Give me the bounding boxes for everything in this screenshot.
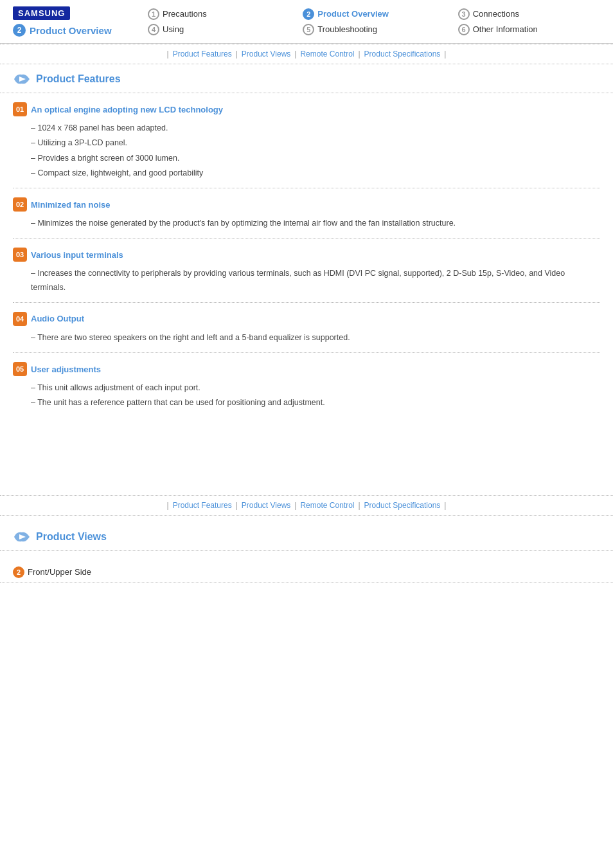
product-features-heading: Product Features bbox=[0, 64, 613, 93]
header: SAMSUNG 2 Product Overview 1 Precautions… bbox=[0, 0, 613, 44]
pipe-4: | bbox=[444, 50, 446, 59]
tab-remote-control-top[interactable]: Remote Control bbox=[300, 50, 354, 59]
tab-bar-bottom: | Product Features | Product Views | Rem… bbox=[0, 496, 613, 515]
pipe-1: | bbox=[236, 50, 238, 59]
tab-product-specs-top[interactable]: Product Specifications bbox=[364, 50, 441, 59]
nav-num-4: 4 bbox=[148, 24, 159, 35]
product-views-section: Product Views 2 Front/Upper Side bbox=[0, 522, 613, 583]
nav-item-product-overview[interactable]: 2 Product Overview bbox=[303, 8, 445, 20]
product-views-heading: Product Views bbox=[0, 522, 613, 550]
feature-num-5: 05 bbox=[13, 362, 27, 376]
nav-num-3: 3 bbox=[458, 8, 470, 20]
logo-area: SAMSUNG 2 Product Overview bbox=[13, 6, 129, 37]
front-side-label: 2 Front/Upper Side bbox=[0, 560, 613, 583]
samsung-logo: SAMSUNG bbox=[13, 6, 70, 20]
feature-bullet-1-1: – 1024 x 768 panel has been adapted. bbox=[31, 122, 600, 135]
nav-item-troubleshooting[interactable]: 5 Troubleshooting bbox=[303, 24, 445, 35]
nav-item-connections[interactable]: 3 Connections bbox=[458, 8, 600, 20]
tab-product-views-bottom[interactable]: Product Views bbox=[242, 501, 290, 510]
tab-product-features-bottom[interactable]: Product Features bbox=[173, 501, 232, 510]
tab-bar-top: | Product Features | Product Views | Rem… bbox=[0, 44, 613, 64]
feature-block-1: 01 An optical engine adopting new LCD te… bbox=[13, 93, 600, 188]
feature-desc-3: – Increases the connectivity to peripher… bbox=[13, 267, 600, 294]
feature-bullet-1-3: – Provides a bright screen of 3000 lumen… bbox=[31, 152, 600, 165]
current-section: 2 Product Overview bbox=[13, 24, 112, 37]
feature-bullet-5-2: – The unit has a reference pattern that … bbox=[31, 396, 600, 410]
feature-heading-5: 05 User adjustments bbox=[13, 362, 600, 376]
tab-product-features-top[interactable]: Product Features bbox=[173, 50, 232, 59]
feature-heading-3: 03 Various input terminals bbox=[13, 248, 600, 262]
pipe-3: | bbox=[358, 50, 360, 59]
nav-num-1: 1 bbox=[148, 8, 159, 20]
pipe-0: | bbox=[167, 50, 169, 59]
feature-heading-4: 04 Audio Output bbox=[13, 312, 600, 326]
nav-item-precautions[interactable]: 1 Precautions bbox=[148, 8, 290, 20]
current-section-badge: 2 bbox=[13, 24, 26, 37]
nav-item-using[interactable]: 4 Using bbox=[148, 24, 290, 35]
tab-product-views-top[interactable]: Product Views bbox=[242, 50, 290, 59]
pipe-b2: | bbox=[294, 501, 296, 510]
features-content: 01 An optical engine adopting new LCD te… bbox=[0, 93, 613, 418]
feature-block-2: 02 Minimized fan noise – Minimizes the n… bbox=[13, 188, 600, 239]
feature-bullet-5-1: – This unit allows adjustment of each in… bbox=[31, 381, 600, 395]
feature-title-3: Various input terminals bbox=[31, 250, 123, 260]
product-features-icon bbox=[13, 72, 31, 86]
feature-num-3: 03 bbox=[13, 248, 27, 262]
feature-bullet-1-2: – Utilizing a 3P-LCD panel. bbox=[31, 136, 600, 150]
feature-bullet-3-1: – Increases the connectivity to peripher… bbox=[31, 267, 600, 294]
nav-label-4: Using bbox=[163, 24, 184, 34]
feature-heading-2: 02 Minimized fan noise bbox=[13, 197, 600, 212]
nav-label-1: Precautions bbox=[163, 9, 207, 19]
feature-title-2: Minimized fan noise bbox=[31, 200, 111, 210]
feature-bullet-4-1: – There are two stereo speakers on the r… bbox=[31, 331, 600, 345]
feature-desc-5: – This unit allows adjustment of each in… bbox=[13, 381, 600, 410]
feature-num-2: 02 bbox=[13, 197, 27, 212]
front-side-text: Front/Upper Side bbox=[28, 567, 91, 577]
feature-title-5: User adjustments bbox=[31, 365, 101, 374]
nav-num-6: 6 bbox=[458, 24, 470, 35]
nav-grid: 1 Precautions 2 Product Overview 3 Conne… bbox=[148, 8, 600, 35]
pipe-b0: | bbox=[167, 501, 169, 510]
feature-heading-1: 01 An optical engine adopting new LCD te… bbox=[13, 102, 600, 116]
pipe-b4: | bbox=[444, 501, 446, 510]
feature-block-4: 04 Audio Output – There are two stereo s… bbox=[13, 303, 600, 353]
nav-label-3: Connections bbox=[473, 9, 519, 19]
tab-product-specs-bottom[interactable]: Product Specifications bbox=[364, 501, 441, 510]
views-spacer bbox=[0, 551, 613, 560]
current-section-label: Product Overview bbox=[30, 25, 112, 36]
feature-bullet-2-1: – Minimizes the noise generated by the p… bbox=[31, 217, 600, 230]
feature-block-3: 03 Various input terminals – Increases t… bbox=[13, 239, 600, 303]
feature-desc-1: – 1024 x 768 panel has been adapted. – U… bbox=[13, 122, 600, 180]
nav-num-2: 2 bbox=[303, 8, 314, 20]
feature-num-1: 01 bbox=[13, 102, 27, 116]
feature-title-1: An optical engine adopting new LCD techn… bbox=[31, 105, 223, 114]
feature-block-5: 05 User adjustments – This unit allows a… bbox=[13, 353, 600, 418]
feature-desc-2: – Minimizes the noise generated by the p… bbox=[13, 217, 600, 230]
feature-title-4: Audio Output bbox=[31, 314, 84, 323]
feature-desc-4: – There are two stereo speakers on the r… bbox=[13, 331, 600, 345]
nav-label-2: Product Overview bbox=[317, 9, 389, 19]
product-features-title: Product Features bbox=[36, 73, 121, 85]
product-views-icon bbox=[13, 530, 31, 544]
product-views-title: Product Views bbox=[36, 531, 107, 543]
tab-separator-bottom bbox=[0, 515, 613, 516]
nav-label-5: Troubleshooting bbox=[317, 24, 377, 34]
pipe-2: | bbox=[294, 50, 296, 59]
feature-bullet-1-4: – Compact size, lightweight, and good po… bbox=[31, 167, 600, 180]
pipe-b3: | bbox=[358, 501, 360, 510]
feature-num-4: 04 bbox=[13, 312, 27, 326]
nav-item-other[interactable]: 6 Other Information bbox=[458, 24, 600, 35]
spacer-mid bbox=[0, 418, 613, 495]
tab-remote-control-bottom[interactable]: Remote Control bbox=[300, 501, 354, 510]
nav-label-6: Other Information bbox=[473, 24, 538, 34]
pipe-b1: | bbox=[236, 501, 238, 510]
front-badge: 2 bbox=[13, 566, 24, 578]
nav-num-5: 5 bbox=[303, 24, 314, 35]
